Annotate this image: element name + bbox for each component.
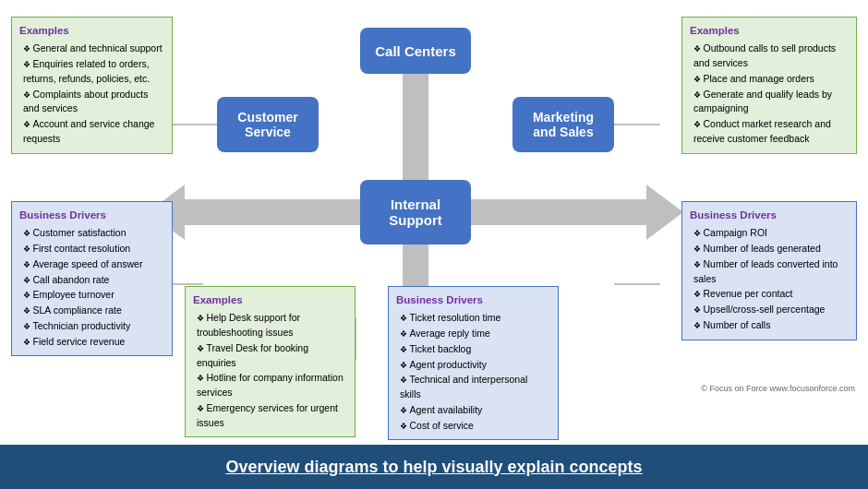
list-item: Number of leads converted into sales [693,257,849,287]
list-item: Customer satisfaction [23,226,164,241]
box-bottom-right-drivers: Business Drivers Ticket resolution time … [388,286,559,440]
node-internal-support: InternalSupport [360,180,471,244]
box-top-left-drivers-list: Customer satisfaction First contact reso… [19,226,164,349]
footer-text: Overview diagrams to help visually expla… [225,458,642,477]
box-top-left-examples: Examples General and technical support E… [11,17,173,154]
copyright: © Focus on Force www.focusonforce.com [701,384,855,393]
list-item: Emergency services for urgent issues [197,401,347,431]
list-item: Number of leads generated [693,242,849,256]
node-marketing-sales: Marketingand Sales [512,97,614,152]
box-top-right-drivers: Business Drivers Campaign ROI Number of … [681,201,857,340]
list-item: Travel Desk for booking enquiries [197,341,347,371]
list-item: Number of calls [693,318,849,333]
svg-line-6 [319,125,360,212]
list-item: Agent availability [400,403,550,418]
footer-bar: Overview diagrams to help visually expla… [0,445,868,489]
box-top-right-drivers-title: Business Drivers [690,208,849,223]
list-item: Upsell/cross-sell percentage [693,303,849,317]
box-top-right-examples-list: Outbound calls to sell products and serv… [690,42,849,146]
box-top-right-drivers-list: Campaign ROI Number of leads generated N… [690,226,849,332]
list-item: Call abandon rate [23,273,164,288]
diagram-area: Call Centers CustomerService Marketingan… [0,0,868,445]
box-bottom-right-drivers-title: Business Drivers [396,292,550,308]
list-item: Field service revenue [23,335,164,350]
list-item: Hotline for company information services [197,371,347,400]
list-item: Enquiries related to orders, returns, re… [23,57,164,87]
box-top-left-drivers: Business Drivers Customer satisfaction F… [11,201,173,356]
main-container: Call Centers CustomerService Marketingan… [0,0,868,489]
list-item: Help Desk support for troubleshooting is… [197,311,347,340]
list-item: Average reply time [400,327,550,341]
list-item: Conduct market research and receive cust… [693,117,849,147]
list-item: Generate and qualify leads by campaignin… [693,88,849,117]
list-item: Campaign ROI [693,226,849,241]
box-bottom-left-examples: Examples Help Desk support for troublesh… [185,286,356,437]
box-top-right-examples: Examples Outbound calls to sell products… [681,17,857,154]
list-item: Technical and interpersonal skills [400,373,550,402]
box-bottom-left-examples-title: Examples [193,292,347,308]
list-item: General and technical support [23,42,164,56]
box-top-left-examples-title: Examples [19,23,164,39]
box-top-left-examples-list: General and technical support Enquiries … [19,42,164,146]
box-bottom-left-examples-list: Help Desk support for troubleshooting is… [193,311,347,430]
node-customer-service: CustomerService [217,97,319,152]
list-item: Average speed of answer [23,257,164,272]
node-call-centers: Call Centers [360,28,471,74]
list-item: Employee turnover [23,288,164,303]
list-item: First contact resolution [23,242,164,256]
list-item: Ticket resolution time [400,311,550,326]
list-item: Cost of service [400,419,550,434]
list-item: Agent productivity [400,358,550,373]
box-bottom-right-drivers-list: Ticket resolution time Average reply tim… [396,311,550,433]
list-item: Technician productivity [23,319,164,334]
svg-marker-13 [646,185,683,240]
box-top-left-drivers-title: Business Drivers [19,208,164,223]
list-item: Outbound calls to sell products and serv… [693,42,849,71]
box-top-right-examples-title: Examples [690,23,849,39]
list-item: Revenue per contact [693,287,849,302]
list-item: Place and manage orders [693,72,849,87]
list-item: Ticket backlog [400,342,550,357]
list-item: Complaints about products and services [23,88,164,117]
list-item: SLA compliance rate [23,304,164,318]
list-item: Account and service change requests [23,117,164,147]
